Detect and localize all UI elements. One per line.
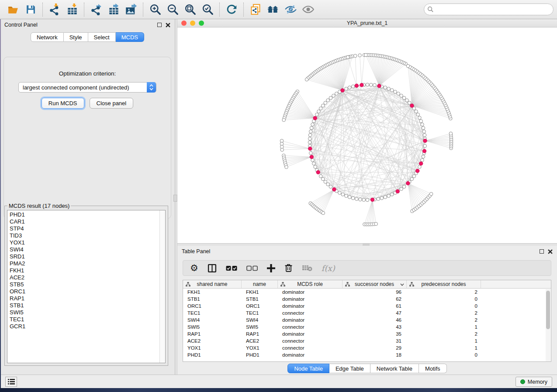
- table-row[interactable]: PHD1PHD1dominator180: [183, 351, 551, 358]
- table-row[interactable]: SWI5SWI5connector431: [183, 323, 551, 330]
- list-item[interactable]: FKH1: [10, 267, 165, 274]
- cell-mcds_role[interactable]: dominator: [278, 330, 343, 337]
- cell-shared_name[interactable]: ACE2: [183, 337, 242, 344]
- cell-predecessor_nodes[interactable]: 1: [407, 323, 481, 330]
- list-item[interactable]: TEC1: [10, 316, 165, 323]
- delete-column-icon[interactable]: [284, 264, 293, 272]
- zoom-selected-icon[interactable]: [201, 3, 214, 16]
- cell-name[interactable]: RAP1: [242, 330, 278, 337]
- close-panel-icon[interactable]: [548, 249, 553, 254]
- table-row[interactable]: FKH1FKH1dominator962: [183, 289, 551, 296]
- network-canvas[interactable]: [177, 28, 557, 243]
- cell-predecessor_nodes[interactable]: 2: [407, 289, 481, 296]
- table-row[interactable]: STB1STB1dominator620: [183, 296, 551, 303]
- run-mcds-button[interactable]: Run MCDS: [42, 98, 84, 109]
- cell-name[interactable]: YOX1: [242, 344, 278, 351]
- select-all-icon[interactable]: [226, 265, 237, 271]
- cell-successor_nodes[interactable]: 61: [343, 303, 407, 309]
- export-table-icon[interactable]: [107, 3, 120, 16]
- cell-successor_nodes[interactable]: 62: [343, 296, 407, 303]
- cell-mcds_role[interactable]: connector: [278, 337, 343, 344]
- tab-edge-table[interactable]: Edge Table: [329, 364, 370, 373]
- cell-successor_nodes[interactable]: 29: [343, 344, 407, 351]
- cell-mcds_role[interactable]: connector: [278, 323, 343, 330]
- table-row[interactable]: ORC1ORC1dominator610: [183, 303, 551, 309]
- refresh-icon[interactable]: [225, 3, 238, 16]
- cell-successor_nodes[interactable]: 46: [343, 316, 407, 323]
- list-item[interactable]: TID3: [10, 232, 165, 239]
- cell-name[interactable]: ACE2: [242, 337, 278, 344]
- close-panel-icon[interactable]: [166, 23, 170, 28]
- cell-mcds_role[interactable]: dominator: [278, 296, 343, 303]
- table-row[interactable]: SWI4SWI4dominator462: [183, 316, 551, 323]
- list-item[interactable]: SRD1: [10, 253, 165, 260]
- cell-name[interactable]: FKH1: [242, 289, 278, 296]
- cell-predecessor_nodes[interactable]: 0: [407, 303, 481, 309]
- cell-successor_nodes[interactable]: 47: [343, 309, 407, 316]
- cell-predecessor_nodes[interactable]: 1: [407, 337, 481, 344]
- mcds-result-scrollbar[interactable]: [159, 210, 165, 363]
- tab-mcds[interactable]: MCDS: [116, 32, 144, 42]
- network-graph[interactable]: [177, 28, 557, 243]
- export-image-icon[interactable]: [125, 3, 138, 16]
- table-row[interactable]: YOX1YOX1connector291: [183, 344, 551, 351]
- cell-name[interactable]: TEC1: [242, 309, 278, 316]
- tab-motifs[interactable]: Motifs: [419, 364, 447, 373]
- copy-network-icon[interactable]: [249, 3, 262, 16]
- search-input[interactable]: [424, 3, 554, 15]
- cell-predecessor_nodes[interactable]: 0: [407, 351, 481, 358]
- cell-name[interactable]: STB1: [242, 296, 278, 303]
- column-header-predecessor-nodes[interactable]: predecessor nodes: [407, 280, 481, 288]
- cell-predecessor_nodes[interactable]: 0: [407, 296, 481, 303]
- cell-shared_name[interactable]: YOX1: [183, 344, 242, 351]
- cell-mcds_role[interactable]: connector: [278, 344, 343, 351]
- cell-predecessor_nodes[interactable]: 2: [407, 330, 481, 337]
- cell-mcds_role[interactable]: dominator: [278, 351, 343, 358]
- list-item[interactable]: SWI5: [10, 309, 165, 316]
- export-network-icon[interactable]: [90, 3, 103, 16]
- list-item[interactable]: YOX1: [10, 239, 165, 246]
- import-table-icon[interactable]: [66, 3, 79, 16]
- table-row[interactable]: ACE2ACE2connector311: [183, 337, 551, 344]
- tab-node-table[interactable]: Node Table: [287, 364, 329, 373]
- cell-successor_nodes[interactable]: 35: [343, 330, 407, 337]
- memory-button[interactable]: Memory: [515, 377, 552, 387]
- float-panel-icon[interactable]: [157, 23, 162, 27]
- list-item[interactable]: SWI4: [10, 246, 165, 253]
- column-header-name[interactable]: name: [242, 280, 278, 288]
- save-session-icon[interactable]: [24, 3, 37, 16]
- column-header-successor-nodes[interactable]: successor nodes: [343, 280, 407, 288]
- cell-mcds_role[interactable]: dominator: [278, 289, 343, 296]
- list-item[interactable]: CAR1: [10, 218, 165, 225]
- deselect-all-icon[interactable]: [246, 265, 258, 271]
- list-item[interactable]: STB5: [10, 281, 165, 288]
- table-scrollbar[interactable]: [546, 289, 550, 361]
- close-panel-button[interactable]: Close panel: [90, 98, 134, 109]
- cell-shared_name[interactable]: RAP1: [183, 330, 242, 337]
- first-neighbors-icon[interactable]: [266, 3, 280, 16]
- tab-network[interactable]: Network: [31, 32, 64, 42]
- cell-successor_nodes[interactable]: 43: [343, 323, 407, 330]
- cell-name[interactable]: SWI4: [242, 316, 278, 323]
- cell-shared_name[interactable]: TEC1: [183, 309, 242, 316]
- show-columns-icon[interactable]: [208, 264, 217, 273]
- cell-predecessor_nodes[interactable]: 2: [407, 316, 481, 323]
- list-item[interactable]: PHD1: [10, 211, 165, 218]
- cell-shared_name[interactable]: FKH1: [183, 289, 242, 296]
- task-history-button[interactable]: [5, 377, 17, 387]
- list-item[interactable]: RAP1: [10, 295, 165, 302]
- list-item[interactable]: STP4: [10, 225, 165, 232]
- table-row[interactable]: RAP1RAP1dominator352: [183, 330, 551, 337]
- column-header-shared-name[interactable]: shared name: [183, 280, 242, 288]
- cell-shared_name[interactable]: ORC1: [183, 303, 242, 309]
- splitter-grip[interactable]: [173, 195, 177, 202]
- cell-shared_name[interactable]: PHD1: [183, 351, 242, 358]
- table-scrollbar-thumb[interactable]: [546, 291, 550, 329]
- add-column-icon[interactable]: [267, 264, 275, 272]
- column-header-MCDS-role[interactable]: MCDS role: [278, 280, 343, 288]
- list-item[interactable]: GCR1: [10, 323, 165, 330]
- cell-successor_nodes[interactable]: 18: [343, 351, 407, 358]
- tab-network-table[interactable]: Network Table: [370, 364, 419, 373]
- list-item[interactable]: ACE2: [10, 274, 165, 281]
- show-all-icon[interactable]: [301, 3, 315, 16]
